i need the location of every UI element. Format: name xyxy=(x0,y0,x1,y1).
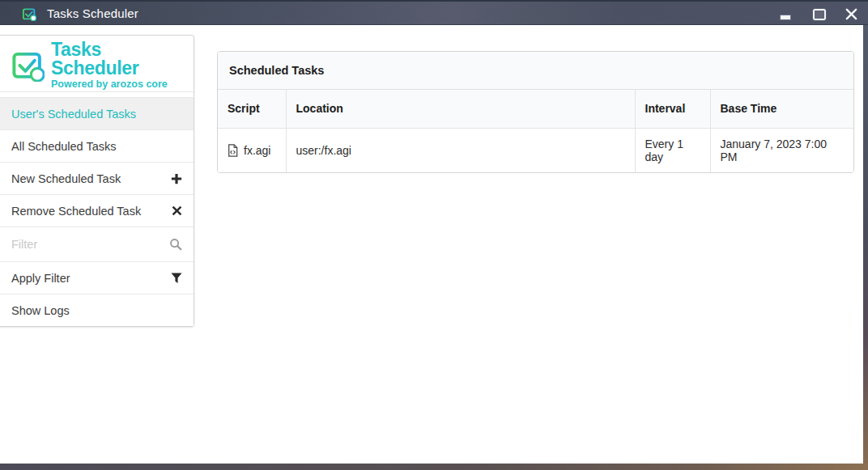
remove-icon xyxy=(172,205,182,216)
search-icon xyxy=(169,238,182,251)
minimize-icon xyxy=(780,15,791,20)
filter-icon xyxy=(171,273,182,284)
sidebar-item-new-scheduled-task[interactable]: New Scheduled Task xyxy=(0,162,194,194)
task-script-name: fx.agi xyxy=(244,144,270,157)
sidebar-item-label: Show Logs xyxy=(11,304,70,317)
sidebar-item-remove-scheduled-task[interactable]: Remove Scheduled Task xyxy=(0,194,194,227)
app-calendar-icon xyxy=(22,6,36,21)
minimize-button[interactable] xyxy=(776,6,795,22)
sidebar-item-label: User's Scheduled Tasks xyxy=(11,108,136,121)
sidebar-item-label: All Scheduled Tasks xyxy=(11,140,117,153)
sidebar: Tasks Scheduler Powered by arozos core U… xyxy=(0,35,194,327)
sidebar-item-apply-filter[interactable]: Apply Filter xyxy=(0,261,194,294)
sidebar-item-label: New Scheduled Task xyxy=(11,172,121,185)
sidebar-item-label: Apply Filter xyxy=(11,272,70,285)
table-row[interactable]: fx.agi user:/fx.agi Every 1 day January … xyxy=(218,128,853,172)
sidebar-item-all-scheduled-tasks[interactable]: All Scheduled Tasks xyxy=(0,129,194,162)
table-header-row: Script Location Interval Base Time xyxy=(218,90,853,128)
maximize-button[interactable] xyxy=(810,6,829,22)
scheduled-tasks-table: Script Location Interval Base Time fx.ag… xyxy=(218,90,853,172)
maximize-icon xyxy=(813,9,826,20)
filter-field-row xyxy=(0,227,194,261)
column-header-script: Script xyxy=(218,90,286,128)
panel-title: Scheduled Tasks xyxy=(218,52,853,90)
sidebar-item-users-scheduled-tasks[interactable]: User's Scheduled Tasks xyxy=(0,97,194,129)
sidebar-item-label: Remove Scheduled Task xyxy=(11,205,141,218)
app-logo: Tasks Scheduler Powered by arozos core xyxy=(0,36,194,92)
logo-title: Tasks Scheduler xyxy=(51,40,184,78)
close-icon xyxy=(845,8,857,20)
window-border-right xyxy=(863,25,868,470)
filter-input[interactable] xyxy=(11,238,169,251)
task-location: user:/fx.agi xyxy=(286,128,635,172)
sidebar-menu: User's Scheduled Tasks All Scheduled Tas… xyxy=(0,97,194,326)
column-header-interval: Interval xyxy=(635,90,710,128)
column-header-base-time: Base Time xyxy=(710,90,853,128)
column-header-location: Location xyxy=(286,90,635,128)
titlebar: Tasks Scheduler xyxy=(0,0,868,25)
sidebar-item-show-logs[interactable]: Show Logs xyxy=(0,294,194,326)
task-interval: Every 1 day xyxy=(635,128,710,172)
window-title: Tasks Scheduler xyxy=(47,2,138,25)
logo-subtitle: Powered by arozos core xyxy=(51,79,184,90)
task-base-time: January 7, 2023 7:00 PM xyxy=(710,128,853,172)
close-button[interactable] xyxy=(841,6,861,22)
logo-calendar-icon xyxy=(11,48,45,82)
plus-icon xyxy=(171,173,182,184)
file-code-icon xyxy=(228,144,238,157)
scheduled-tasks-panel: Scheduled Tasks Script Location Interval… xyxy=(217,51,854,173)
window-border-bottom xyxy=(0,464,868,470)
